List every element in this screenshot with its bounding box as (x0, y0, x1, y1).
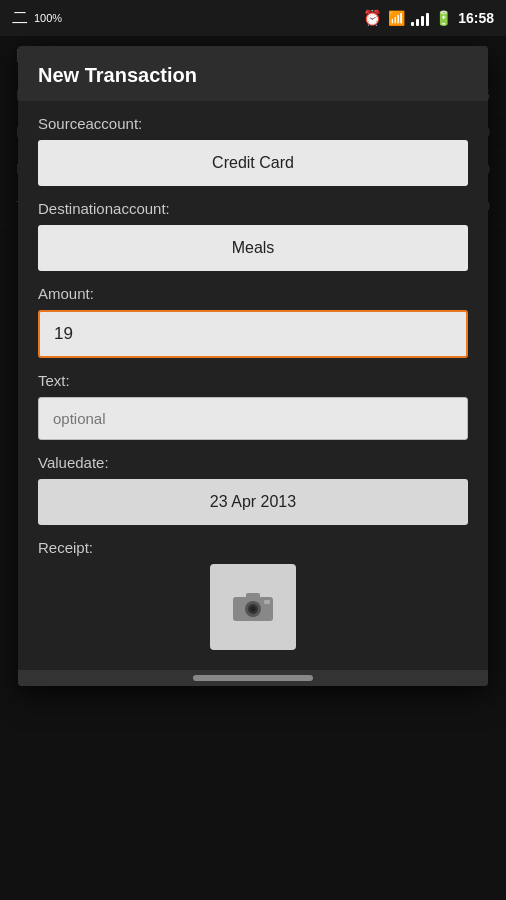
alarm-icon: ⏰ (363, 9, 382, 27)
dialog-overlay: New Transaction Sourceaccount: Credit Ca… (0, 36, 506, 900)
svg-rect-4 (246, 593, 260, 599)
amount-input[interactable] (38, 310, 468, 358)
source-account-button[interactable]: Credit Card (38, 140, 468, 186)
status-right: ⏰ 📶 🔋 16:58 (363, 9, 494, 27)
dialog-title: New Transaction (18, 46, 488, 101)
battery-percent: 100% (34, 12, 62, 24)
signal-icon (411, 10, 429, 26)
destination-account-label: Destinationaccount: (38, 200, 468, 217)
dialog-footer (18, 670, 488, 686)
amount-label: Amount: (38, 285, 468, 302)
new-transaction-dialog: New Transaction Sourceaccount: Credit Ca… (18, 46, 488, 686)
status-bar: ⼆ 100% ⏰ 📶 🔋 16:58 (0, 0, 506, 36)
receipt-label: Receipt: (38, 539, 468, 556)
status-left: ⼆ 100% (12, 8, 62, 29)
destination-account-button[interactable]: Meals (38, 225, 468, 271)
valuedate-button[interactable]: 23 Apr 2013 (38, 479, 468, 525)
battery-icon: 🔋 (435, 10, 452, 26)
time-display: 16:58 (458, 10, 494, 26)
source-account-label: Sourceaccount: (38, 115, 468, 132)
svg-rect-5 (264, 600, 270, 604)
receipt-section (38, 564, 468, 650)
wifi-icon: 📶 (388, 10, 405, 26)
text-label: Text: (38, 372, 468, 389)
camera-icon (231, 589, 275, 625)
valuedate-label: Valuedate: (38, 454, 468, 471)
camera-button[interactable] (210, 564, 296, 650)
scrollbar-thumb (193, 675, 313, 681)
text-input[interactable] (38, 397, 468, 440)
svg-point-3 (251, 607, 256, 612)
usb-icon: ⼆ (12, 8, 28, 29)
dialog-body: Sourceaccount: Credit Card Destinationac… (18, 101, 488, 670)
